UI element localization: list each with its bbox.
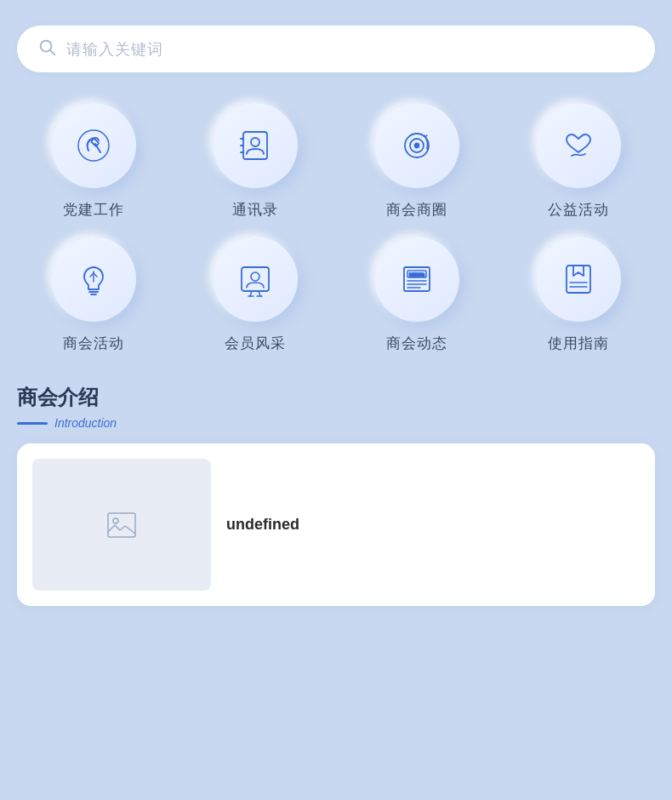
intro-card-title: undefined — [226, 516, 299, 534]
grid-item-business-circle[interactable]: 商会商圈 — [340, 103, 493, 220]
party-work-icon-circle — [51, 103, 136, 188]
grid-item-contacts[interactable]: 通讯录 — [179, 103, 332, 220]
icon-grid: 党建工作 通讯录 商会商圈 — [17, 103, 655, 353]
chamber-news-icon-circle: NEWS — [374, 237, 459, 322]
grid-item-charity[interactable]: 公益活动 — [502, 103, 655, 220]
grid-item-chamber-activity[interactable]: 商会活动 — [17, 237, 170, 353]
user-guide-label: 使用指南 — [548, 334, 609, 353]
charity-icon — [558, 125, 599, 166]
svg-text:NEWS: NEWS — [409, 272, 424, 277]
grid-item-user-guide[interactable]: 使用指南 — [502, 237, 655, 353]
chamber-activity-label: 商会活动 — [63, 334, 124, 353]
svg-rect-18 — [242, 267, 269, 291]
svg-point-2 — [78, 130, 109, 161]
section-title: 商会介绍 — [17, 384, 655, 411]
search-bar[interactable]: 请输入关键词 — [17, 26, 655, 72]
svg-line-1 — [50, 50, 54, 54]
contacts-label: 通讯录 — [232, 200, 278, 220]
business-circle-icon-circle — [374, 103, 459, 188]
grid-item-member-show[interactable]: 会员风采 — [179, 237, 332, 353]
circle-icon — [396, 125, 437, 166]
section-subtitle-row: Introduction — [17, 416, 655, 430]
chamber-activity-icon-circle — [51, 237, 136, 322]
svg-rect-5 — [243, 132, 267, 159]
charity-label: 公益活动 — [548, 200, 609, 220]
contacts-icon-circle — [213, 103, 298, 188]
contacts-icon — [235, 125, 276, 166]
business-circle-label: 商会商圈 — [386, 200, 447, 220]
member-show-icon-circle — [213, 237, 298, 322]
svg-rect-30 — [567, 266, 590, 293]
user-guide-icon-circle — [536, 237, 621, 322]
member-icon — [235, 259, 276, 300]
section-line — [17, 422, 48, 425]
image-placeholder-icon — [106, 510, 137, 540]
bulb-icon — [73, 259, 114, 300]
search-placeholder: 请输入关键词 — [66, 39, 163, 60]
svg-point-34 — [113, 518, 118, 523]
svg-point-19 — [251, 272, 259, 281]
section-header: 商会介绍 Introduction — [17, 384, 655, 430]
news-icon: NEWS — [396, 259, 437, 300]
charity-icon-circle — [536, 103, 621, 188]
chamber-news-label: 商会动态 — [386, 334, 447, 353]
party-work-label: 党建工作 — [63, 200, 124, 220]
intro-image-placeholder — [32, 459, 211, 591]
party-icon — [73, 125, 114, 166]
intro-card[interactable]: undefined — [17, 443, 655, 606]
section-subtitle: Introduction — [54, 416, 117, 430]
grid-item-chamber-news[interactable]: NEWS 商会动态 — [340, 237, 493, 353]
search-icon — [37, 37, 56, 60]
grid-item-party-work[interactable]: 党建工作 — [17, 103, 170, 220]
member-show-label: 会员风采 — [225, 334, 286, 353]
svg-rect-33 — [108, 513, 135, 537]
guide-icon — [558, 259, 599, 300]
svg-point-12 — [415, 144, 419, 148]
svg-point-6 — [251, 138, 259, 146]
